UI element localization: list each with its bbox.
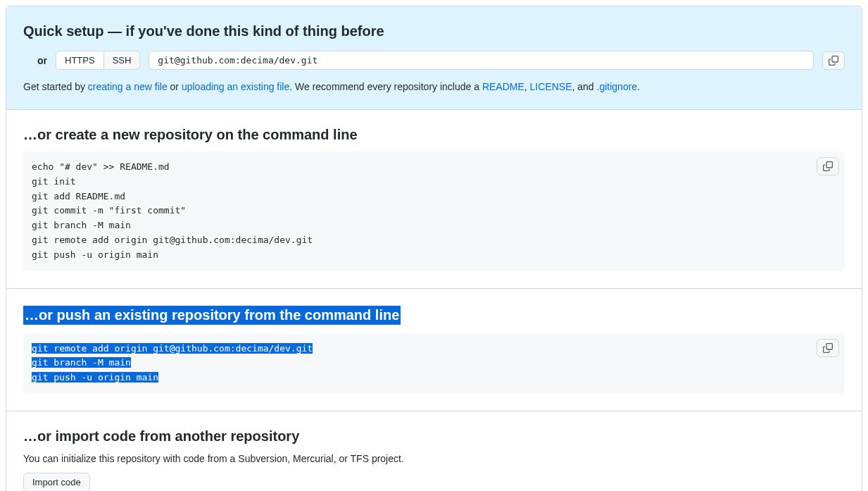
upload-file-link[interactable]: uploading an existing file xyxy=(182,81,289,92)
get-started-text: Get started by creating a new file or up… xyxy=(23,81,845,92)
create-repo-code[interactable]: echo "# dev" >> README.md git init git a… xyxy=(23,151,845,271)
clone-url-input[interactable] xyxy=(149,51,814,70)
ssh-button[interactable]: SSH xyxy=(104,51,140,69)
push-existing-code[interactable]: git remote add origin git@github.com:dec… xyxy=(23,333,845,394)
gitignore-link[interactable]: .gitignore xyxy=(597,81,638,92)
clipboard-icon xyxy=(823,343,833,353)
quick-setup-section: Quick setup — if you've done this kind o… xyxy=(6,6,862,110)
import-code-heading: …or import code from another repository xyxy=(23,428,845,445)
readme-link[interactable]: README xyxy=(482,81,524,92)
license-link[interactable]: LICENSE xyxy=(530,81,572,92)
create-repo-code-wrap: echo "# dev" >> README.md git init git a… xyxy=(23,151,845,271)
push-existing-code-wrap: git remote add origin git@github.com:dec… xyxy=(23,333,845,394)
code-line: git remote add origin git@github.com:dec… xyxy=(32,343,313,354)
repo-setup-container: Quick setup — if you've done this kind o… xyxy=(6,6,862,491)
clipboard-icon xyxy=(823,161,833,171)
code-line: git push -u origin main xyxy=(32,372,158,383)
copy-create-code-button[interactable] xyxy=(817,157,839,175)
https-button[interactable]: HTTPS xyxy=(56,51,104,69)
create-file-link[interactable]: creating a new file xyxy=(88,81,168,92)
protocol-toggle: HTTPS SSH xyxy=(56,51,140,70)
clipboard-icon xyxy=(829,56,838,66)
clone-url-row: or HTTPS SSH xyxy=(23,51,845,70)
copy-push-code-button[interactable] xyxy=(817,339,839,357)
push-existing-heading: …or push an existing repository from the… xyxy=(23,306,401,325)
import-code-desc: You can initialize this repository with … xyxy=(23,453,845,464)
copy-url-button[interactable] xyxy=(822,51,845,70)
import-code-button[interactable]: Import code xyxy=(23,473,90,491)
push-existing-section: …or push an existing repository from the… xyxy=(6,289,862,411)
code-line: git branch -M main xyxy=(32,357,131,368)
or-label: or xyxy=(37,55,47,66)
quick-setup-heading: Quick setup — if you've done this kind o… xyxy=(23,23,845,39)
create-repo-heading: …or create a new repository on the comma… xyxy=(23,127,845,143)
import-code-section: …or import code from another repository … xyxy=(6,411,862,491)
create-repo-section: …or create a new repository on the comma… xyxy=(6,110,862,289)
